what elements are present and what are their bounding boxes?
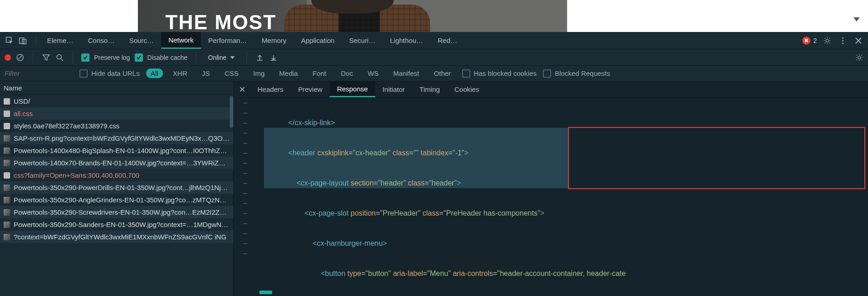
scrollbar-thumb[interactable] — [230, 96, 233, 128]
disable-cache-label: Disable cache — [147, 54, 188, 61]
request-name: Powertools-350x290-Sanders-EN-01-350W.jp… — [14, 221, 230, 228]
filter-type-font[interactable]: Font — [308, 69, 331, 78]
image-thumb-icon — [4, 185, 10, 191]
filter-type-xhr[interactable]: XHR — [168, 69, 192, 78]
request-row[interactable]: SAP-scrn-R.png?context=bWFzdGVyfGltYWdlc… — [0, 132, 233, 144]
disable-cache-checkbox[interactable] — [135, 53, 143, 62]
request-row[interactable]: Powertools-1400x70-Brands-EN-01-1400W.jp… — [0, 157, 233, 169]
devtools-tab-application[interactable]: Application — [294, 32, 342, 49]
devtools-tab-conso[interactable]: Conso… — [81, 32, 122, 49]
detail-tab-headers[interactable]: Headers — [250, 81, 291, 97]
column-header-name[interactable]: Name — [0, 81, 233, 95]
svg-rect-1 — [19, 38, 24, 43]
page-content-viewport: THE MOST — [0, 0, 868, 32]
has-blocked-cookies-label: Has blocked cookies — [474, 69, 537, 77]
filter-type-other[interactable]: Other — [429, 69, 456, 78]
code-lines: </cx-skip-link> <header cxskiplink="cx-h… — [264, 98, 868, 296]
devtools-tab-network[interactable]: Network — [161, 32, 201, 49]
network-filterbar: Hide data URLs AllXHRJSCSSImgMediaFontDo… — [0, 66, 868, 81]
detail-tab-preview[interactable]: Preview — [291, 81, 330, 97]
close-detail-icon[interactable]: ✕ — [234, 85, 250, 95]
filter-type-css[interactable]: CSS — [220, 69, 243, 78]
blocked-requests-checkbox[interactable] — [543, 69, 551, 78]
request-name: styles.0ae78ef3227ae3138979.css — [14, 122, 120, 130]
filter-type-media[interactable]: Media — [275, 69, 303, 78]
image-thumb-icon — [4, 197, 10, 203]
request-row[interactable]: css?family=Open+Sans:300,400,600,700 — [0, 169, 233, 181]
detail-tab-initiator[interactable]: Initiator — [375, 81, 412, 97]
filter-type-manifest[interactable]: Manifest — [389, 69, 424, 78]
request-row[interactable]: Powertools-350x290-Sanders-EN-01-350W.jp… — [0, 218, 233, 231]
error-counter[interactable]: ✖ 2 — [802, 37, 817, 45]
request-name: SAP-scrn-R.png?context=bWFzdGVyfGltYWdlc… — [14, 134, 230, 142]
record-button[interactable] — [5, 54, 11, 61]
request-row[interactable]: USD/ — [0, 95, 233, 107]
kebab-menu-icon[interactable] — [838, 36, 848, 46]
image-thumb-icon — [4, 222, 10, 228]
file-icon — [4, 123, 10, 129]
devtools-topbar: Eleme…Conso…Sourc…NetworkPerforman…Memor… — [0, 32, 868, 49]
request-list-pane: Name USD/all.cssstyles.0ae78ef3227ae3138… — [0, 81, 234, 296]
request-name: Powertools-350x290-Screwdrivers-EN-01-35… — [14, 208, 230, 216]
request-row[interactable]: all.css — [0, 107, 233, 120]
request-row[interactable]: Powertools-350x290-AngleGrinders-EN-01-3… — [0, 194, 233, 206]
error-count: 2 — [813, 37, 817, 44]
devtools-tab-memory[interactable]: Memory — [254, 32, 294, 49]
request-row[interactable]: Powertools-350x290-PowerDrills-EN-01-350… — [0, 181, 233, 194]
filter-type-js[interactable]: JS — [197, 69, 215, 78]
detail-tab-timing[interactable]: Timing — [412, 81, 447, 97]
throttling-value: Online — [208, 54, 226, 61]
inspect-element-icon[interactable] — [5, 36, 15, 46]
request-row[interactable]: styles.0ae78ef3227ae3138979.css — [0, 120, 233, 132]
throttling-select[interactable]: Online — [205, 54, 238, 61]
filter-toggle-icon[interactable] — [42, 53, 51, 62]
image-thumb-icon — [4, 209, 10, 216]
detail-tab-response[interactable]: Response — [330, 81, 375, 97]
settings-gear-icon[interactable] — [822, 36, 832, 46]
close-devtools-icon[interactable] — [853, 36, 863, 46]
has-blocked-cookies-checkbox[interactable] — [462, 69, 470, 78]
chevron-down-icon — [230, 56, 235, 59]
request-row[interactable]: Powertools-350x290-Screwdrivers-EN-01-35… — [0, 206, 233, 218]
devtools-tab-performan[interactable]: Performan… — [201, 32, 254, 49]
filter-type-ws[interactable]: WS — [363, 69, 383, 78]
detail-tab-cookies[interactable]: Cookies — [447, 81, 486, 97]
file-icon — [4, 111, 10, 117]
file-icon — [4, 172, 10, 179]
preserve-log-label: Preserve log — [94, 54, 130, 61]
request-row[interactable]: Powertools-1400x480-BigSplash-EN-01-1400… — [0, 144, 233, 157]
hero-text: THE MOST — [165, 11, 276, 32]
detail-pane: ✕ HeadersPreviewResponseInitiatorTimingC… — [234, 81, 868, 296]
devtools-tab-red[interactable]: Red… — [431, 32, 465, 49]
download-har-icon[interactable] — [269, 53, 278, 62]
device-toolbar-icon[interactable] — [18, 36, 28, 46]
devtools-tab-securi[interactable]: Securi… — [342, 32, 383, 49]
filter-type-doc[interactable]: Doc — [336, 69, 358, 78]
response-body[interactable]: –––––––––––––––– </cx-skip-link> <header… — [234, 98, 868, 296]
filter-input[interactable] — [5, 69, 73, 77]
image-thumb-icon — [4, 148, 10, 154]
page-dropdown-icon[interactable] — [853, 17, 860, 21]
request-row[interactable]: ?context=bWFzdGVyfGltYWdlc3wxMiE1MXxnbWF… — [0, 231, 233, 243]
hide-data-urls-checkbox[interactable] — [79, 69, 88, 78]
filter-type-img[interactable]: Img — [249, 69, 269, 78]
image-thumb-icon — [4, 160, 10, 166]
request-name: css?family=Open+Sans:300,400,600,700 — [14, 171, 139, 179]
preserve-log-checkbox[interactable] — [81, 53, 89, 62]
search-icon[interactable] — [55, 53, 64, 62]
image-thumb-icon — [4, 234, 10, 240]
clear-button[interactable] — [16, 53, 25, 62]
devtools-tab-sourc[interactable]: Sourc… — [122, 32, 161, 49]
devtools-tab-eleme[interactable]: Eleme… — [40, 32, 81, 49]
devtools-panel: Eleme…Conso…Sourc…NetworkPerforman…Memor… — [0, 32, 868, 296]
filter-type-all[interactable]: All — [146, 69, 163, 78]
blocked-requests-label: Blocked Requests — [555, 69, 610, 77]
network-settings-gear-icon[interactable] — [854, 53, 864, 63]
error-badge-icon: ✖ — [802, 37, 810, 45]
request-name: USD/ — [14, 97, 30, 105]
request-name: ?context=bWFzdGVyfGltYWdlc3wxMiE1MXxnbWF… — [14, 233, 226, 241]
devtools-tab-lighthou[interactable]: Lighthou… — [383, 32, 431, 49]
upload-har-icon[interactable] — [255, 53, 264, 62]
request-name: Powertools-1400x70-Brands-EN-01-1400W.jp… — [14, 159, 230, 167]
svg-point-4 — [842, 40, 843, 41]
